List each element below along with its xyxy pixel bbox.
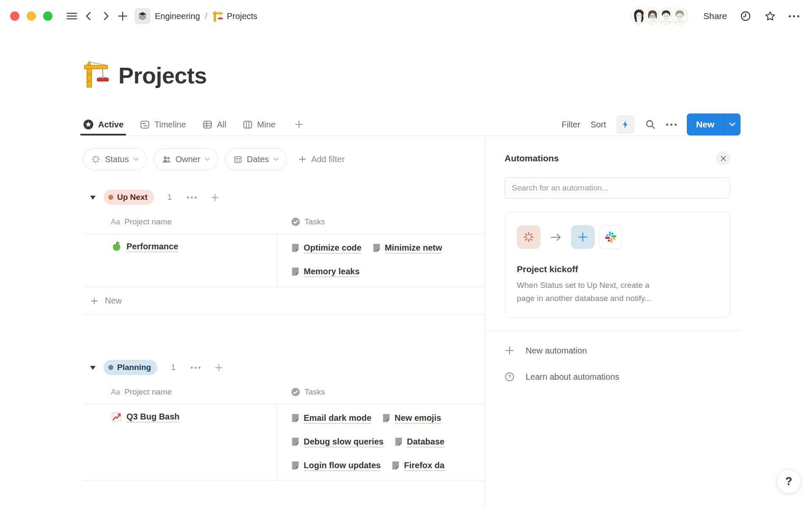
column-tasks[interactable]: Tasks: [304, 217, 325, 226]
avatar[interactable]: [670, 7, 689, 25]
collapse-triangle-icon[interactable]: [90, 195, 96, 200]
search-view-button[interactable]: [645, 119, 656, 130]
group-add-button[interactable]: [210, 193, 220, 202]
star-badge-icon: [83, 119, 94, 130]
status-burst-icon: [91, 155, 101, 164]
task-item[interactable]: Debug slow queries: [291, 437, 384, 447]
column-tasks[interactable]: Tasks: [304, 387, 325, 397]
group-pill-planning[interactable]: Planning: [104, 360, 157, 375]
task-link[interactable]: Memory leaks: [304, 267, 359, 276]
task-link[interactable]: New emojis: [395, 413, 441, 423]
minimize-window-button[interactable]: [27, 11, 36, 21]
tasks-cell[interactable]: Email dark mode New emojis Debug slow qu…: [277, 404, 485, 480]
tab-timeline[interactable]: Timeline: [140, 113, 186, 135]
chevron-down-icon: [729, 122, 735, 127]
group-header-planning: Planning 1: [83, 355, 485, 380]
task-link[interactable]: Database: [407, 437, 444, 447]
task-item[interactable]: Memory leaks: [291, 267, 359, 276]
column-project-name[interactable]: Project name: [124, 217, 172, 226]
project-name-cell[interactable]: Q3 Bug Bash: [83, 404, 277, 480]
task-item[interactable]: Minimize netw: [373, 243, 442, 253]
calendar-icon: [233, 155, 243, 164]
task-item[interactable]: Optimize code: [291, 243, 362, 253]
task-link[interactable]: Optimize code: [304, 243, 362, 253]
project-link[interactable]: Performance: [126, 242, 178, 251]
nav-forward-button[interactable]: [97, 8, 114, 25]
tab-mine[interactable]: Mine: [242, 113, 275, 135]
status-filter-chip[interactable]: Status: [83, 148, 147, 170]
add-filter-button[interactable]: Add filter: [298, 155, 345, 164]
page-icon: [392, 461, 400, 470]
new-record-split-button[interactable]: New: [687, 113, 741, 135]
group-header-up-next: Up Next 1: [83, 185, 485, 210]
favorite-button[interactable]: [764, 10, 776, 22]
share-button[interactable]: Share: [703, 11, 727, 21]
zoom-window-button[interactable]: [43, 11, 52, 21]
workspace-icon[interactable]: [134, 8, 151, 24]
tab-all[interactable]: All: [202, 113, 226, 135]
task-item[interactable]: Email dark mode: [291, 413, 371, 423]
owner-filter-chip[interactable]: Owner: [154, 148, 218, 170]
new-automation-button[interactable]: New automation: [505, 339, 730, 362]
close-window-button[interactable]: [10, 11, 19, 21]
filter-bar: Status Owner Dates Add filter: [83, 148, 345, 170]
new-record-dropdown[interactable]: [724, 113, 741, 135]
new-record-button[interactable]: New: [687, 113, 724, 135]
nav-back-button[interactable]: [80, 8, 97, 25]
automations-panel-title: Automations: [505, 153, 559, 163]
automations-panel: Automations Project kickoff When Status …: [485, 136, 741, 508]
table-row[interactable]: Performance Optimize code Minimize netw …: [83, 234, 485, 287]
new-page-button[interactable]: [114, 8, 131, 25]
automation-card-description: When Status set to Up Next, create a pag…: [517, 279, 718, 305]
breadcrumb-workspace[interactable]: Engineering: [155, 11, 200, 21]
updates-button[interactable]: [740, 10, 752, 22]
group-add-button[interactable]: [214, 363, 224, 373]
task-item[interactable]: Login flow updates: [291, 461, 381, 470]
task-item[interactable]: Database: [395, 437, 444, 447]
learn-automations-label: Learn about automations: [526, 372, 619, 382]
automation-search-input[interactable]: [505, 177, 730, 199]
column-project-name[interactable]: Project name: [124, 387, 172, 397]
arrow-right-icon: [549, 232, 562, 243]
tab-active-label: Active: [98, 120, 123, 130]
task-item[interactable]: Firefox da: [392, 461, 444, 470]
task-link[interactable]: Firefox da: [404, 461, 444, 470]
automation-card[interactable]: Project kickoff When Status set to Up Ne…: [505, 212, 730, 318]
table-header: AaProject name Tasks: [83, 210, 485, 234]
task-item[interactable]: New emojis: [382, 413, 441, 423]
sidebar-toggle-button[interactable]: [63, 8, 80, 25]
chevron-right-icon: [99, 10, 112, 22]
status-trigger-tile: [517, 225, 540, 249]
collapse-triangle-icon[interactable]: [90, 365, 96, 370]
project-link[interactable]: Q3 Bug Bash: [126, 412, 180, 422]
text-property-icon: Aa: [111, 218, 120, 226]
group-options-button[interactable]: [191, 367, 200, 369]
tab-mine-label: Mine: [257, 120, 275, 130]
group-pill-up-next[interactable]: Up Next: [104, 190, 154, 205]
add-view-button[interactable]: [294, 113, 304, 135]
layers-icon: [137, 11, 148, 21]
window-top-bar: Engineering / Projects Share: [0, 0, 812, 32]
table-row[interactable]: Q3 Bug Bash Email dark mode New emojis D…: [83, 404, 485, 481]
task-link[interactable]: Minimize netw: [385, 243, 442, 253]
new-row-button[interactable]: New: [83, 287, 485, 315]
sort-button[interactable]: Sort: [590, 120, 606, 130]
breadcrumb-page[interactable]: Projects: [212, 11, 257, 22]
learn-automations-link[interactable]: ? Learn about automations: [505, 365, 730, 389]
filter-button[interactable]: Filter: [562, 120, 580, 130]
more-options-button[interactable]: [789, 15, 799, 17]
task-link[interactable]: Debug slow queries: [304, 437, 384, 447]
tab-active[interactable]: Active: [83, 113, 123, 135]
close-panel-button[interactable]: [716, 151, 730, 166]
task-link[interactable]: Email dark mode: [304, 413, 371, 423]
dates-filter-chip[interactable]: Dates: [225, 148, 287, 170]
project-name-cell[interactable]: Performance: [83, 234, 277, 287]
collaborator-avatars[interactable]: [630, 7, 689, 25]
group-options-button[interactable]: [187, 196, 197, 199]
star-icon: [764, 10, 776, 22]
tasks-cell[interactable]: Optimize code Minimize netw Memory leaks: [277, 234, 485, 287]
task-link[interactable]: Login flow updates: [304, 461, 381, 470]
automations-button[interactable]: [616, 115, 635, 134]
view-options-button[interactable]: [666, 124, 677, 126]
help-button[interactable]: ?: [776, 469, 801, 494]
